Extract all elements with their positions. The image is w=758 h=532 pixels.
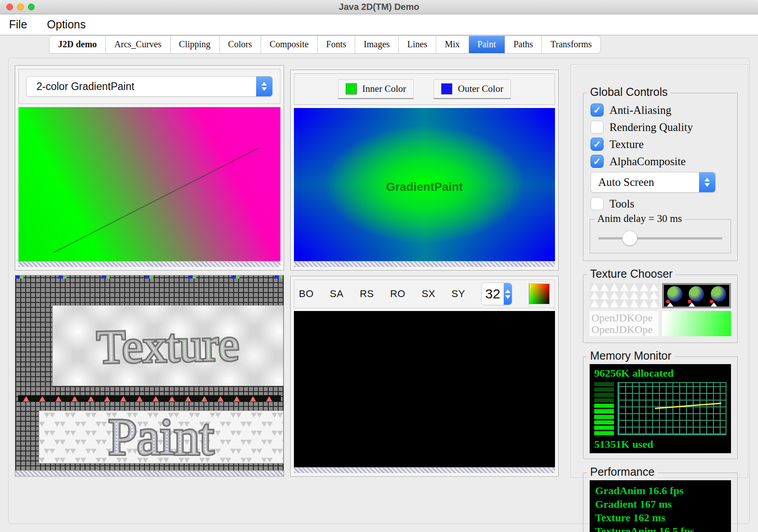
texture-paint-canvas[interactable]: Texture Paint (15, 275, 284, 476)
ro-button[interactable]: RO (390, 288, 406, 300)
tools-row[interactable]: Tools (591, 197, 732, 210)
global-controls-group: Global Controls ✓ Anti-Aliasing Renderin… (583, 93, 738, 261)
menu-file[interactable]: File (9, 18, 27, 31)
texture-top-decoration (15, 275, 284, 279)
slider-track (598, 237, 722, 239)
texture-chooser-title: Texture Chooser (587, 267, 676, 280)
spinner-updown-icon[interactable] (504, 283, 512, 305)
tile-gradient-button[interactable] (528, 281, 550, 307)
tab-colors[interactable]: Colors (219, 36, 261, 54)
tiled-texture-canvas[interactable] (294, 311, 555, 467)
window-title: Java 2D(TM) Demo (339, 2, 420, 12)
paint-word: Paint (108, 411, 214, 463)
screen-select[interactable]: Auto Screen (591, 172, 716, 193)
texture-label: Texture (609, 138, 644, 151)
gradient-paint-canvas[interactable]: GradientPaint (294, 108, 555, 261)
gradient-anim-scrollbar[interactable] (18, 261, 280, 267)
outer-color-label: Outer Color (458, 83, 503, 95)
window-titlebar[interactable]: Java 2D(TM) Demo (0, 0, 758, 14)
rendering-quality-row[interactable]: Rendering Quality (591, 121, 732, 134)
slider-knob[interactable] (622, 230, 637, 246)
inner-color-button[interactable]: Inner Color (338, 79, 414, 99)
bo-button[interactable]: BO (299, 288, 314, 300)
tiled-texture-panel: BO SA RS RO SX SY 32 (290, 276, 559, 477)
sa-button[interactable]: SA (330, 288, 343, 300)
memory-used-text: 51351K used (594, 438, 726, 451)
memory-trend-line (655, 402, 721, 409)
performance-line: GradAnim 16.6 fps (595, 484, 726, 497)
rendering-quality-label: Rendering Quality (609, 121, 693, 134)
texture-option-triangles[interactable] (590, 283, 659, 308)
tab-paths[interactable]: Paths (505, 36, 542, 54)
chevron-updown-icon[interactable] (256, 77, 272, 96)
gradient-paint-scrollbar[interactable] (294, 261, 555, 267)
memory-monitor-group: Memory Monitor 96256K allocated 51351K u… (583, 356, 738, 459)
traffic-lights (6, 0, 35, 14)
texture-option-green-gradient[interactable] (662, 311, 731, 336)
performance-group: Performance GradAnim 16.6 fps Gradient 1… (583, 473, 738, 532)
texture-toolbar: BO SA RS RO SX SY 32 (294, 280, 555, 308)
gradient-color-header: Inner Color Outer Color (294, 73, 555, 105)
tab-composite[interactable]: Composite (261, 36, 318, 54)
performance-line: TextureAnim 16.5 fps (595, 524, 726, 532)
tools-label: Tools (609, 198, 634, 210)
rendering-quality-checkbox[interactable] (591, 121, 604, 134)
menu-options[interactable]: Options (47, 18, 86, 31)
outer-color-button[interactable]: Outer Color (433, 79, 511, 99)
memory-usage-bars (594, 382, 614, 435)
alpha-composite-checkbox[interactable]: ✓ (591, 155, 604, 168)
performance-display: GradAnim 16.6 fps Gradient 167 ms Textur… (590, 480, 731, 532)
texture-row[interactable]: ✓ Texture (591, 138, 732, 151)
texture-option-globes[interactable] (662, 283, 731, 308)
anim-delay-slider[interactable] (596, 230, 724, 246)
gradient-type-value: 2-color GradientPaint (27, 77, 256, 96)
tab-arcs-curves[interactable]: Arcs_Curves (105, 36, 170, 54)
texture-paint-panel: Texture Paint (15, 275, 284, 477)
alpha-composite-row[interactable]: ✓ AlphaComposite (591, 155, 732, 168)
memory-allocated-text: 96256K allocated (594, 367, 726, 379)
tab-j2d-demo[interactable]: J2D demo (49, 36, 106, 54)
tab-lines[interactable]: Lines (398, 36, 436, 54)
tab-fonts[interactable]: Fonts (317, 36, 355, 54)
tab-clipping[interactable]: Clipping (170, 36, 220, 54)
gradient-axis-line (54, 148, 259, 253)
gradient-paint-panel: Inner Color Outer Color GradientPaint (290, 70, 559, 271)
tools-checkbox[interactable] (591, 197, 604, 210)
memory-monitor-title: Memory Monitor (587, 349, 675, 362)
openjdk-texture-line: OpenJDKOpe (591, 324, 657, 335)
performance-line: Texture 162 ms (595, 511, 726, 524)
tab-paint[interactable]: Paint (469, 36, 505, 54)
rs-button[interactable]: RS (360, 288, 374, 300)
texture-grid: OpenJDKOpe OpenJDKOpe (589, 281, 732, 338)
tab-transforms[interactable]: Transforms (541, 36, 601, 54)
tile-size-value: 32 (482, 283, 503, 305)
tab-images[interactable]: Images (355, 36, 399, 54)
menubar: File Options (0, 14, 758, 36)
anti-aliasing-checkbox[interactable]: ✓ (591, 104, 604, 117)
anti-aliasing-row[interactable]: ✓ Anti-Aliasing (591, 104, 732, 117)
openjdk-texture-line: OpenJDKOpe (591, 312, 657, 324)
texture-checkbox[interactable]: ✓ (591, 138, 604, 151)
performance-title: Performance (587, 465, 658, 478)
minimize-button[interactable] (17, 4, 24, 10)
tile-size-spinner[interactable]: 32 (481, 283, 512, 305)
close-button[interactable] (6, 4, 13, 10)
texture-paint-scrollbar[interactable] (15, 470, 284, 476)
paint-word-area: Paint (39, 410, 284, 464)
sy-button[interactable]: SY (451, 288, 465, 300)
texture-chooser-group: Texture Chooser OpenJDKOpe OpenJDKOpe (583, 275, 738, 343)
tiled-texture-scrollbar[interactable] (294, 467, 555, 473)
anim-delay-group: Anim delay = 30 ms (590, 219, 731, 253)
globe-icon (689, 286, 704, 302)
gradient-type-select[interactable]: 2-color GradientPaint (26, 76, 273, 97)
texture-option-openjdk[interactable]: OpenJDKOpe OpenJDKOpe (590, 311, 659, 336)
zoom-button[interactable] (28, 4, 35, 10)
anti-aliasing-label: Anti-Aliasing (609, 104, 672, 117)
memory-history-graph (618, 382, 726, 435)
tab-mix[interactable]: Mix (436, 36, 469, 54)
inner-color-label: Inner Color (362, 83, 406, 95)
screen-chevron-updown-icon[interactable] (699, 172, 715, 192)
anim-delay-title: Anim delay = 30 ms (595, 213, 685, 225)
sx-button[interactable]: SX (422, 288, 435, 300)
gradient-anim-canvas[interactable] (18, 107, 280, 261)
